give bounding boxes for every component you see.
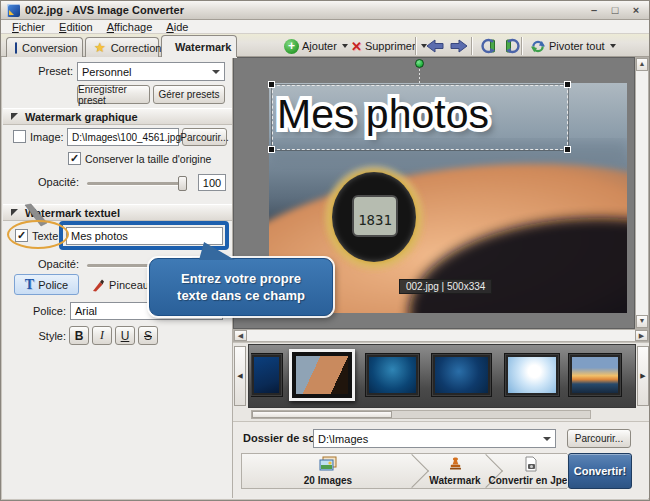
rotate-right-button[interactable]	[500, 37, 523, 55]
tab-conversion[interactable]: Conversion	[6, 37, 83, 57]
filmstrip-left-button[interactable]: ◀	[234, 346, 246, 406]
image-path-field[interactable]: D:\Images\100_4561.jpg	[67, 128, 179, 146]
italic-toggle[interactable]: I	[92, 326, 112, 345]
tab-corrections[interactable]: ★ Corrections	[85, 37, 159, 57]
step-label: Watermark	[429, 475, 480, 486]
rotate-all-button[interactable]: Pivoter tout	[527, 37, 619, 55]
save-preset-button[interactable]: Enregistrer preset	[77, 85, 150, 104]
filmstrip-right-button[interactable]: ▶	[637, 346, 649, 406]
next-image-button[interactable]	[447, 37, 471, 55]
menu-fichier[interactable]: Fichier	[5, 21, 52, 33]
brush-button-label: Pinceau	[109, 279, 149, 291]
tooltip-text: texte dans ce champ	[177, 287, 305, 304]
text-opacity-label: Opacité:	[31, 258, 79, 270]
remove-label: Supprimer	[365, 40, 416, 52]
tab-label: Watermark	[175, 41, 231, 53]
opacity-value-field[interactable]: 100	[198, 174, 226, 191]
toolbar-separator	[521, 37, 522, 55]
conversion-icon	[15, 42, 17, 54]
highlight-ellipse-annotation	[7, 220, 69, 249]
images-icon	[318, 456, 338, 472]
tooltip-annotation: Entrez votre propre texte dans ce champ	[149, 258, 333, 316]
brush-button[interactable]: Pinceau	[87, 274, 153, 295]
selection-handle[interactable]	[564, 146, 571, 153]
graphic-watermark-section-header[interactable]: Watermark graphique	[3, 108, 232, 125]
menu-aide[interactable]: Aide	[159, 21, 195, 33]
preset-dropdown[interactable]: Personnel	[77, 62, 225, 81]
selection-handle[interactable]	[268, 146, 275, 153]
opacity-label: Opacité:	[31, 176, 79, 188]
font-T-icon: T	[25, 277, 34, 293]
browse-output-button[interactable]: Parcourir...	[567, 429, 631, 448]
tab-watermark[interactable]: Watermark	[161, 35, 237, 57]
thumbnail-underwater[interactable]	[251, 353, 283, 397]
filename-badge: 002.jpg | 500x334	[399, 279, 492, 294]
rotate-left-button[interactable]	[478, 37, 501, 55]
rotate-left-icon	[481, 38, 498, 54]
step-images: 20 Images	[242, 454, 414, 488]
thumbnail-watch-selected[interactable]	[289, 349, 355, 401]
scroll-up-button[interactable]: ▲	[636, 58, 648, 71]
font-button[interactable]: T Police	[14, 274, 79, 295]
menu-bar: Fichier Edition Affichage Aide	[1, 20, 650, 34]
scroll-down-button[interactable]: ▼	[636, 315, 648, 328]
menu-affichage[interactable]: Affichage	[100, 21, 160, 33]
brush-icon	[91, 278, 105, 292]
x-icon: ✕	[351, 39, 362, 54]
arrow-right-icon	[450, 39, 468, 53]
title-bar[interactable]: 002.jpg - AVS Image Converter – □ ×	[1, 1, 650, 20]
thumbnail-sunset[interactable]	[568, 353, 622, 397]
close-button[interactable]: ×	[629, 4, 643, 16]
tooltip-text: Entrez votre propre	[181, 270, 301, 287]
style-label: Style:	[30, 330, 66, 342]
filmstrip-scrollbar[interactable]	[251, 410, 591, 419]
rotate-right-icon	[503, 38, 520, 54]
keep-size-checkbox[interactable]: ✓	[68, 152, 81, 165]
menu-edition[interactable]: Edition	[52, 21, 100, 33]
maximize-button[interactable]: □	[608, 4, 622, 16]
underline-toggle[interactable]: U	[115, 326, 135, 345]
tab-label: Conversion	[22, 42, 78, 54]
selection-handle[interactable]	[564, 81, 571, 88]
font-button-label: Police	[38, 279, 68, 291]
strikethrough-toggle[interactable]: S	[138, 326, 158, 345]
remove-button[interactable]: ✕ Supprimer	[348, 37, 430, 55]
vertical-scrollbar[interactable]	[635, 57, 649, 329]
browse-image-button[interactable]: Parcourir...	[182, 128, 227, 146]
previous-image-button[interactable]	[423, 37, 447, 55]
chevron-down-icon	[212, 70, 220, 74]
horizontal-scrollbar[interactable]	[233, 329, 649, 342]
rotation-connector	[419, 65, 420, 85]
rotation-handle[interactable]	[415, 59, 424, 68]
minimize-button[interactable]: –	[587, 4, 601, 16]
add-button[interactable]: + Ajouter	[281, 37, 351, 55]
window-title: 002.jpg - AVS Image Converter	[25, 4, 184, 16]
thumbnail-ice[interactable]	[504, 353, 560, 397]
refresh-icon	[530, 39, 546, 54]
thumbnail-shark[interactable]	[431, 353, 492, 397]
convert-button[interactable]: Convertir!	[568, 453, 632, 489]
output-folder-dropdown[interactable]: D:\Images	[313, 429, 556, 448]
conversion-steps-bar: 20 Images Watermark Convertir en Jpeg	[241, 453, 567, 489]
image-label: Image:	[30, 131, 64, 143]
selection-handle[interactable]	[268, 81, 275, 88]
toolbar-separator	[471, 37, 472, 55]
preset-value: Personnel	[82, 66, 132, 78]
filmstrip-scrollbar-thumb[interactable]	[252, 411, 392, 418]
window-controls: – □ ×	[587, 4, 645, 16]
scroll-left-button[interactable]: ◀	[234, 330, 247, 341]
output-folder-value: D:\Images	[318, 433, 368, 445]
opacity-slider-track[interactable]	[87, 182, 185, 185]
bold-toggle[interactable]: B	[69, 326, 89, 345]
opacity-slider-thumb[interactable]	[178, 176, 187, 191]
toolbar-separator	[415, 37, 416, 55]
chevron-down-icon	[610, 44, 616, 48]
manage-presets-button[interactable]: Gérer presets	[153, 85, 225, 104]
image-checkbox[interactable]	[13, 130, 26, 143]
scroll-right-button[interactable]: ▶	[635, 330, 648, 341]
step-label: 20 Images	[304, 475, 352, 486]
selection-box[interactable]	[272, 85, 568, 150]
tab-label: Corrections	[111, 42, 167, 54]
thumbnail-diver[interactable]	[365, 353, 420, 397]
font-name-label: Police:	[28, 305, 66, 317]
